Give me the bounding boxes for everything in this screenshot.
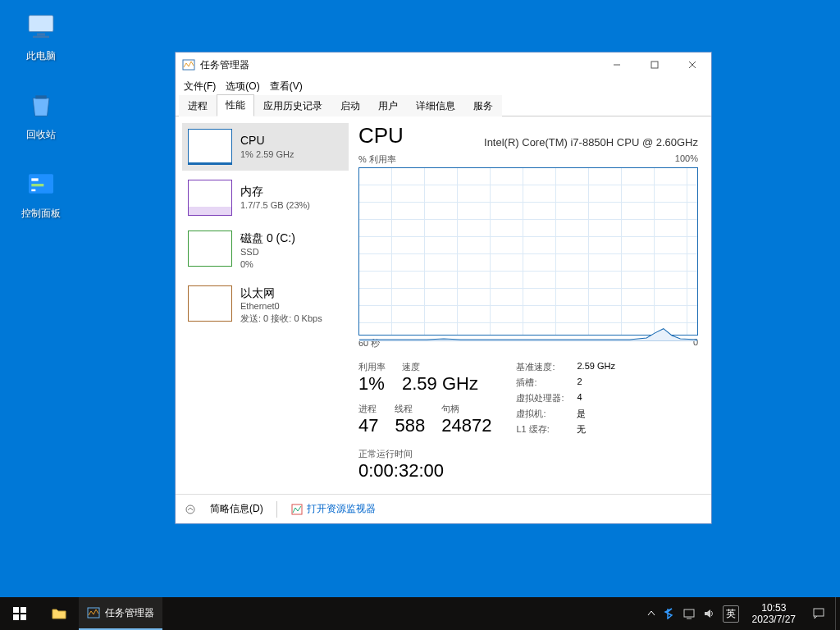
svg-point-13: [186, 505, 194, 514]
tab-details[interactable]: 详细信息: [407, 95, 464, 116]
spec-value: 是: [577, 408, 614, 421]
svg-rect-7: [31, 189, 35, 192]
sidebar-item-sub: 1% 2.59 GHz: [240, 148, 294, 161]
start-button[interactable]: [0, 597, 39, 630]
uptime-value: 0:00:32:00: [358, 460, 698, 482]
svg-rect-2: [33, 36, 49, 39]
spec-label: 虚拟机:: [516, 408, 564, 421]
tab-users[interactable]: 用户: [369, 95, 407, 116]
taskbar-item-task-manager[interactable]: 任务管理器: [79, 597, 162, 630]
minimize-button[interactable]: [598, 52, 636, 77]
sidebar-item-title: 内存: [240, 184, 310, 199]
sidebar-item-title: CPU: [240, 133, 294, 148]
explorer-button[interactable]: [39, 597, 79, 630]
pc-icon: [21, 7, 61, 46]
sidebar-item-sub: 0%: [240, 258, 295, 271]
sidebar-item-network[interactable]: 以太网 Ethernet0 发送: 0 接收: 0 Kbps: [182, 280, 349, 331]
stat-label: 利用率: [358, 361, 386, 373]
chevron-up-icon[interactable]: [184, 503, 197, 516]
sidebar-item-sub: 1.7/7.5 GB (23%): [240, 199, 310, 212]
titlebar[interactable]: 任务管理器: [176, 52, 711, 77]
menu-options[interactable]: 选项(O): [222, 78, 262, 95]
tab-services[interactable]: 服务: [464, 95, 502, 116]
svg-rect-20: [684, 609, 694, 617]
task-manager-icon: [182, 58, 195, 71]
ime-indicator[interactable]: 英: [723, 605, 739, 623]
action-center-button[interactable]: [802, 597, 835, 630]
task-manager-icon: [87, 606, 100, 619]
stat-label: 进程: [358, 403, 378, 415]
maximize-button[interactable]: [636, 52, 673, 77]
cpu-model: Intel(R) Core(TM) i7-8850H CPU @ 2.60GHz: [484, 136, 698, 148]
mem-mini-chart: [188, 180, 232, 216]
footer: 简略信息(D) 打开资源监视器: [176, 494, 711, 523]
spec-value: 2: [577, 377, 614, 390]
resmon-icon: [290, 503, 304, 516]
spec-value: 2.59 GHz: [577, 361, 614, 374]
menubar: 文件(F) 选项(O) 查看(V): [176, 77, 711, 95]
taskbar-clock[interactable]: 10:53 2023/7/27: [746, 602, 802, 626]
desktop-icon-label: 控制面板: [10, 207, 72, 221]
menu-file[interactable]: 文件(F): [180, 78, 219, 95]
task-manager-window: 任务管理器 文件(F) 选项(O) 查看(V) 进程 性能 应用历史记录 启动 …: [175, 52, 712, 524]
svg-rect-17: [13, 614, 19, 620]
stat-value: 2.59 GHz: [402, 373, 478, 395]
svg-rect-6: [31, 184, 43, 186]
tab-performance[interactable]: 性能: [217, 94, 254, 116]
chevron-up-icon[interactable]: [647, 609, 655, 618]
show-desktop-button[interactable]: [835, 597, 840, 630]
menu-view[interactable]: 查看(V): [267, 78, 306, 95]
brief-info-link[interactable]: 简略信息(D): [210, 502, 263, 516]
tab-app-history[interactable]: 应用历史记录: [254, 95, 331, 116]
tab-processes[interactable]: 进程: [179, 95, 217, 116]
sidebar-item-sub: SSD: [240, 246, 295, 258]
sidebar-item-memory[interactable]: 内存 1.7/7.5 GB (23%): [182, 174, 349, 221]
close-button[interactable]: [673, 52, 711, 77]
svg-rect-3: [35, 95, 46, 98]
taskbar: 任务管理器 英 10:53 2023/7/27: [0, 597, 840, 630]
svg-rect-15: [13, 607, 19, 613]
desktop-icon-control[interactable]: 控制面板: [10, 164, 72, 221]
spec-label: 插槽:: [516, 377, 564, 390]
window-title: 任务管理器: [200, 58, 598, 72]
stat-value: 1%: [358, 373, 386, 395]
chart-y-max: 100%: [675, 153, 698, 166]
bluetooth-icon[interactable]: [664, 608, 675, 619]
sidebar-item-sub: 发送: 0 接收: 0 Kbps: [240, 313, 322, 325]
sidebar-item-disk[interactable]: 磁盘 0 (C:) SSD 0%: [182, 225, 349, 276]
svg-rect-16: [21, 607, 26, 613]
desktop-icon-label: 回收站: [10, 128, 72, 142]
spec-value: 无: [577, 423, 614, 436]
system-tray[interactable]: 英: [641, 597, 746, 630]
sidebar-item-title: 磁盘 0 (C:): [240, 231, 295, 246]
stat-value: 47: [358, 415, 378, 436]
spec-label: 虚拟处理器:: [516, 392, 564, 405]
net-mini-chart: [188, 285, 232, 322]
clock-date: 2023/7/27: [752, 614, 796, 625]
cpu-mini-chart: [188, 129, 232, 165]
control-icon: [21, 164, 61, 203]
desktop-icon-pc[interactable]: 此电脑: [10, 7, 72, 63]
volume-icon[interactable]: [703, 608, 714, 619]
disk-mini-chart: [188, 231, 232, 267]
svg-rect-22: [814, 609, 824, 616]
stat-value: 24872: [441, 415, 491, 436]
sidebar-item-sub: Ethernet0: [240, 300, 322, 313]
spec-label: L1 缓存:: [516, 423, 564, 436]
open-resmon-link[interactable]: 打开资源监视器: [290, 502, 376, 516]
tab-startup[interactable]: 启动: [331, 95, 369, 116]
uptime-label: 正常运行时间: [358, 448, 698, 460]
sidebar-item-cpu[interactable]: CPU 1% 2.59 GHz: [182, 123, 349, 171]
stat-value: 588: [395, 415, 425, 436]
cpu-chart[interactable]: [358, 167, 698, 336]
spec-label: 基准速度:: [516, 361, 564, 374]
svg-rect-18: [21, 614, 26, 620]
stat-label: 线程: [395, 403, 425, 415]
divider: [276, 501, 277, 518]
notification-icon: [812, 607, 825, 620]
spec-value: 4: [577, 392, 614, 405]
svg-rect-0: [29, 16, 53, 32]
desktop-icon-recycle[interactable]: 回收站: [10, 85, 72, 142]
network-icon[interactable]: [683, 608, 695, 619]
cpu-spec-grid: 基准速度:2.59 GHz 插槽:2 虚拟处理器:4 虚拟机:是 L1 缓存:无: [516, 361, 615, 436]
